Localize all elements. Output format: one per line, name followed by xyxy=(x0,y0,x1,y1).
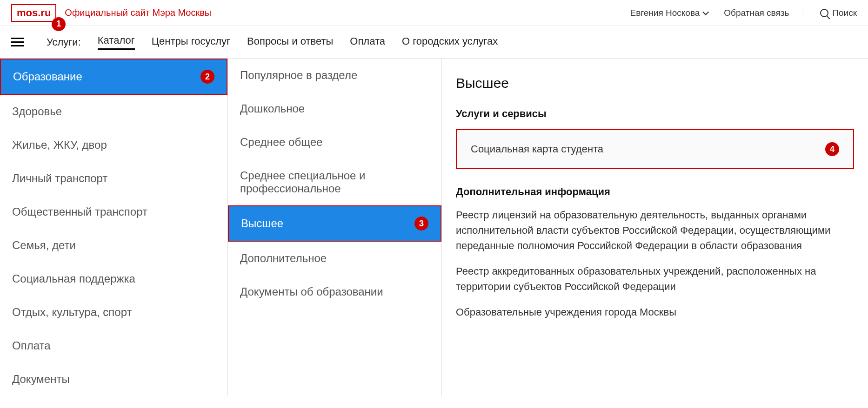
subcategory-item-popular[interactable]: Популярное в разделе xyxy=(228,59,441,92)
category-item-family[interactable]: Семья, дети xyxy=(0,229,227,262)
service-label: Социальная карта студента xyxy=(471,143,603,155)
main-content: Образование 2 Здоровье Жилье, ЖКУ, двор … xyxy=(0,59,868,396)
info-link-institutions[interactable]: Образовательные учреждения города Москвы xyxy=(456,304,854,320)
category-item-documents[interactable]: Документы xyxy=(0,362,227,396)
hamburger-menu-icon[interactable] xyxy=(11,38,24,46)
site-slogan: Официальный сайт Мэра Москвы xyxy=(65,7,211,18)
subcategory-item-general[interactable]: Среднее общее xyxy=(228,125,441,159)
detail-title: Высшее xyxy=(456,75,854,91)
subcategory-column: Популярное в разделе Дошкольное Среднее … xyxy=(228,59,442,396)
user-menu[interactable]: Евгения Носкова xyxy=(630,8,707,18)
top-header: mos.ru 1 Официальный сайт Мэра Москвы Ев… xyxy=(0,0,868,26)
category-item-education[interactable]: Образование 2 xyxy=(0,59,227,95)
detail-sub-info: Дополнительная информация xyxy=(456,186,854,198)
annotation-badge-2: 2 xyxy=(200,70,214,84)
detail-sub-services: Услуги и сервисы xyxy=(456,108,854,120)
feedback-link[interactable]: Обратная связь xyxy=(724,8,803,18)
category-item-leisure[interactable]: Отдых, культура, спорт xyxy=(0,296,227,329)
nav-item-centers[interactable]: Центры госуслуг xyxy=(152,35,230,49)
category-item-pay[interactable]: Оплата xyxy=(0,329,227,362)
nav-item-catalog[interactable]: Каталог xyxy=(98,34,135,50)
chevron-down-icon xyxy=(702,8,709,15)
category-column: Образование 2 Здоровье Жилье, ЖКУ, двор … xyxy=(0,59,228,396)
nav-item-about[interactable]: О городских услугах xyxy=(402,35,498,49)
subcategory-item-additional[interactable]: Дополнительное xyxy=(228,242,441,275)
search-button[interactable]: Поиск xyxy=(820,8,857,18)
subcategory-item-higher[interactable]: Высшее 3 xyxy=(228,205,441,242)
subcategory-item-vocational[interactable]: Среднее специальное и профессиональное xyxy=(228,159,441,205)
annotation-badge-1: 1 xyxy=(52,17,66,31)
search-icon xyxy=(820,9,828,17)
subcategory-item-edu-docs[interactable]: Документы об образовании xyxy=(228,275,441,309)
category-label: Образование xyxy=(13,70,82,83)
logo-text: mos.ru xyxy=(17,7,51,19)
category-item-health[interactable]: Здоровье xyxy=(0,95,227,128)
annotation-badge-3: 3 xyxy=(414,217,428,230)
nav-item-payment[interactable]: Оплата xyxy=(350,35,385,49)
info-link-licenses[interactable]: Реестр лицензий на образовательную деяте… xyxy=(456,207,854,253)
category-item-social-support[interactable]: Социальная поддержка xyxy=(0,262,227,296)
subcategory-label: Высшее xyxy=(241,217,283,230)
detail-column: Высшее Услуги и сервисы Социальная карта… xyxy=(442,59,868,396)
category-item-personal-transport[interactable]: Личный транспорт xyxy=(0,162,227,195)
subcategory-item-preschool[interactable]: Дошкольное xyxy=(228,92,441,125)
info-link-accredited[interactable]: Реестр аккредитованных образовательных у… xyxy=(456,263,854,294)
service-card-student[interactable]: Социальная карта студента 4 xyxy=(456,129,854,169)
annotation-badge-4: 4 xyxy=(825,142,839,156)
search-label: Поиск xyxy=(832,8,857,18)
nav-item-faq[interactable]: Вопросы и ответы xyxy=(247,35,333,49)
main-nav: Услуги: Каталог Центры госуслуг Вопросы … xyxy=(0,26,868,59)
nav-section-label: Услуги: xyxy=(47,36,81,48)
category-item-public-transport[interactable]: Общественный транспорт xyxy=(0,195,227,229)
user-name: Евгения Носкова xyxy=(630,8,700,18)
site-logo[interactable]: mos.ru 1 xyxy=(11,4,56,22)
category-item-housing[interactable]: Жилье, ЖКУ, двор xyxy=(0,128,227,162)
